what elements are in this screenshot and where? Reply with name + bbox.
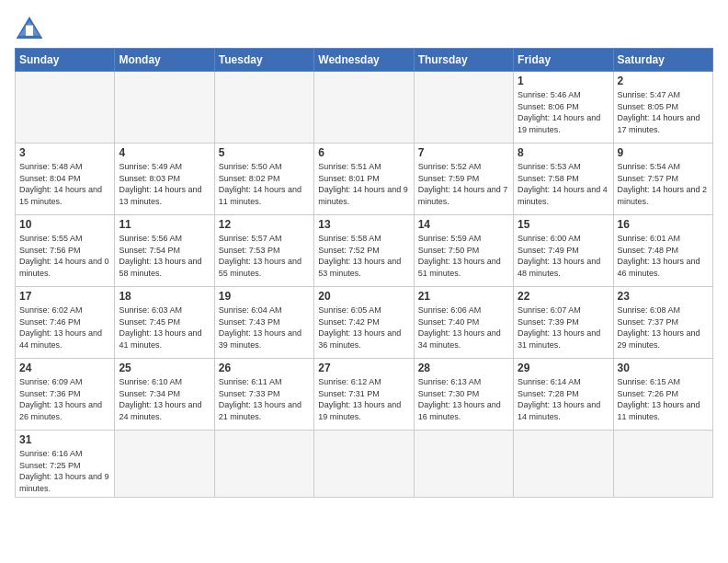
calendar-cell: 2Sunrise: 5:47 AM Sunset: 8:05 PM Daylig…	[613, 72, 712, 144]
day-number: 3	[19, 146, 110, 159]
day-info: Sunrise: 6:10 AM Sunset: 7:34 PM Dayligh…	[119, 376, 210, 422]
day-number: 7	[418, 146, 509, 159]
day-info: Sunrise: 6:08 AM Sunset: 7:37 PM Dayligh…	[618, 304, 709, 350]
day-info: Sunrise: 6:05 AM Sunset: 7:42 PM Dayligh…	[318, 304, 409, 350]
calendar-cell: 15Sunrise: 6:00 AM Sunset: 7:49 PM Dayli…	[514, 215, 613, 287]
calendar-cell: 1Sunrise: 5:46 AM Sunset: 8:06 PM Daylig…	[514, 72, 613, 144]
day-number: 28	[418, 362, 509, 374]
calendar-cell	[613, 431, 712, 498]
day-number: 17	[19, 290, 110, 303]
day-number: 16	[618, 218, 709, 231]
day-number: 24	[19, 362, 110, 374]
day-info: Sunrise: 5:47 AM Sunset: 8:05 PM Dayligh…	[618, 89, 709, 135]
day-number: 22	[518, 290, 609, 303]
day-info: Sunrise: 6:14 AM Sunset: 7:28 PM Dayligh…	[518, 376, 609, 422]
week-row-1: 3Sunrise: 5:48 AM Sunset: 8:04 PM Daylig…	[16, 144, 713, 215]
calendar-cell	[16, 72, 115, 144]
weekday-header-tuesday: Tuesday	[214, 49, 313, 72]
calendar-cell: 16Sunrise: 6:01 AM Sunset: 7:48 PM Dayli…	[613, 215, 712, 287]
calendar-cell: 19Sunrise: 6:04 AM Sunset: 7:43 PM Dayli…	[214, 287, 313, 359]
calendar-cell: 9Sunrise: 5:54 AM Sunset: 7:57 PM Daylig…	[613, 144, 712, 215]
calendar-cell: 21Sunrise: 6:06 AM Sunset: 7:40 PM Dayli…	[414, 287, 513, 359]
day-number: 5	[219, 146, 310, 159]
day-info: Sunrise: 5:58 AM Sunset: 7:52 PM Dayligh…	[318, 233, 409, 279]
day-number: 27	[318, 362, 409, 374]
day-info: Sunrise: 5:50 AM Sunset: 8:02 PM Dayligh…	[219, 161, 310, 207]
calendar-cell	[314, 431, 414, 498]
weekday-header-thursday: Thursday	[414, 49, 513, 72]
weekday-header-monday: Monday	[115, 49, 214, 72]
day-number: 23	[618, 290, 709, 303]
day-number: 9	[618, 146, 709, 159]
day-info: Sunrise: 6:07 AM Sunset: 7:39 PM Dayligh…	[518, 304, 609, 350]
day-info: Sunrise: 6:01 AM Sunset: 7:48 PM Dayligh…	[618, 233, 709, 279]
day-info: Sunrise: 5:55 AM Sunset: 7:56 PM Dayligh…	[19, 233, 110, 279]
week-row-2: 10Sunrise: 5:55 AM Sunset: 7:56 PM Dayli…	[16, 215, 713, 287]
day-number: 25	[119, 362, 210, 374]
calendar-cell	[115, 431, 214, 498]
day-info: Sunrise: 6:02 AM Sunset: 7:46 PM Dayligh…	[19, 304, 110, 350]
calendar-cell: 20Sunrise: 6:05 AM Sunset: 7:42 PM Dayli…	[314, 287, 414, 359]
calendar-cell: 28Sunrise: 6:13 AM Sunset: 7:30 PM Dayli…	[414, 359, 513, 431]
calendar-cell: 12Sunrise: 5:57 AM Sunset: 7:53 PM Dayli…	[214, 215, 313, 287]
calendar-cell: 22Sunrise: 6:07 AM Sunset: 7:39 PM Dayli…	[514, 287, 613, 359]
logo	[15, 15, 48, 40]
day-number: 1	[518, 75, 609, 87]
week-row-4: 24Sunrise: 6:09 AM Sunset: 7:36 PM Dayli…	[16, 359, 713, 431]
calendar-cell: 14Sunrise: 5:59 AM Sunset: 7:50 PM Dayli…	[414, 215, 513, 287]
day-info: Sunrise: 5:56 AM Sunset: 7:54 PM Dayligh…	[119, 233, 210, 279]
day-info: Sunrise: 5:51 AM Sunset: 8:01 PM Dayligh…	[318, 161, 409, 207]
day-info: Sunrise: 6:00 AM Sunset: 7:49 PM Dayligh…	[518, 233, 609, 279]
calendar-cell	[314, 72, 414, 144]
day-number: 20	[318, 290, 409, 303]
week-row-0: 1Sunrise: 5:46 AM Sunset: 8:06 PM Daylig…	[16, 72, 713, 144]
day-info: Sunrise: 6:04 AM Sunset: 7:43 PM Dayligh…	[219, 304, 310, 350]
calendar-cell	[414, 72, 513, 144]
day-info: Sunrise: 6:09 AM Sunset: 7:36 PM Dayligh…	[19, 376, 110, 422]
day-number: 30	[618, 362, 709, 374]
day-info: Sunrise: 6:12 AM Sunset: 7:31 PM Dayligh…	[318, 376, 409, 422]
day-number: 6	[318, 146, 409, 159]
day-number: 21	[418, 290, 509, 303]
calendar-cell: 18Sunrise: 6:03 AM Sunset: 7:45 PM Dayli…	[115, 287, 214, 359]
day-info: Sunrise: 5:53 AM Sunset: 7:58 PM Dayligh…	[518, 161, 609, 207]
weekday-header-sunday: Sunday	[16, 49, 115, 72]
calendar-cell	[214, 72, 313, 144]
day-info: Sunrise: 5:52 AM Sunset: 7:59 PM Dayligh…	[418, 161, 509, 207]
day-number: 14	[418, 218, 509, 231]
calendar-cell	[514, 431, 613, 498]
day-info: Sunrise: 6:06 AM Sunset: 7:40 PM Dayligh…	[418, 304, 509, 350]
calendar-cell	[414, 431, 513, 498]
day-info: Sunrise: 5:49 AM Sunset: 8:03 PM Dayligh…	[119, 161, 210, 207]
calendar-cell: 29Sunrise: 6:14 AM Sunset: 7:28 PM Dayli…	[514, 359, 613, 431]
calendar-cell: 3Sunrise: 5:48 AM Sunset: 8:04 PM Daylig…	[16, 144, 115, 215]
day-number: 26	[219, 362, 310, 374]
day-info: Sunrise: 6:16 AM Sunset: 7:25 PM Dayligh…	[19, 448, 110, 494]
calendar-cell: 27Sunrise: 6:12 AM Sunset: 7:31 PM Dayli…	[314, 359, 414, 431]
header	[15, 15, 713, 40]
calendar-cell: 6Sunrise: 5:51 AM Sunset: 8:01 PM Daylig…	[314, 144, 414, 215]
day-info: Sunrise: 6:03 AM Sunset: 7:45 PM Dayligh…	[119, 304, 210, 350]
day-info: Sunrise: 6:15 AM Sunset: 7:26 PM Dayligh…	[618, 376, 709, 422]
weekday-header-wednesday: Wednesday	[314, 49, 414, 72]
calendar-cell: 10Sunrise: 5:55 AM Sunset: 7:56 PM Dayli…	[16, 215, 115, 287]
day-number: 18	[119, 290, 210, 303]
calendar-cell: 7Sunrise: 5:52 AM Sunset: 7:59 PM Daylig…	[414, 144, 513, 215]
calendar-cell: 30Sunrise: 6:15 AM Sunset: 7:26 PM Dayli…	[613, 359, 712, 431]
calendar-cell: 24Sunrise: 6:09 AM Sunset: 7:36 PM Dayli…	[16, 359, 115, 431]
week-row-3: 17Sunrise: 6:02 AM Sunset: 7:46 PM Dayli…	[16, 287, 713, 359]
day-info: Sunrise: 5:54 AM Sunset: 7:57 PM Dayligh…	[618, 161, 709, 207]
day-info: Sunrise: 6:11 AM Sunset: 7:33 PM Dayligh…	[219, 376, 310, 422]
day-number: 13	[318, 218, 409, 231]
calendar: SundayMondayTuesdayWednesdayThursdayFrid…	[15, 48, 713, 498]
day-info: Sunrise: 5:46 AM Sunset: 8:06 PM Dayligh…	[518, 89, 609, 135]
calendar-cell	[214, 431, 313, 498]
day-number: 15	[518, 218, 609, 231]
calendar-cell: 13Sunrise: 5:58 AM Sunset: 7:52 PM Dayli…	[314, 215, 414, 287]
day-info: Sunrise: 5:48 AM Sunset: 8:04 PM Dayligh…	[19, 161, 110, 207]
weekday-header-saturday: Saturday	[613, 49, 712, 72]
day-number: 31	[19, 433, 110, 446]
week-row-5: 31Sunrise: 6:16 AM Sunset: 7:25 PM Dayli…	[16, 431, 713, 498]
calendar-cell: 4Sunrise: 5:49 AM Sunset: 8:03 PM Daylig…	[115, 144, 214, 215]
day-info: Sunrise: 5:59 AM Sunset: 7:50 PM Dayligh…	[418, 233, 509, 279]
